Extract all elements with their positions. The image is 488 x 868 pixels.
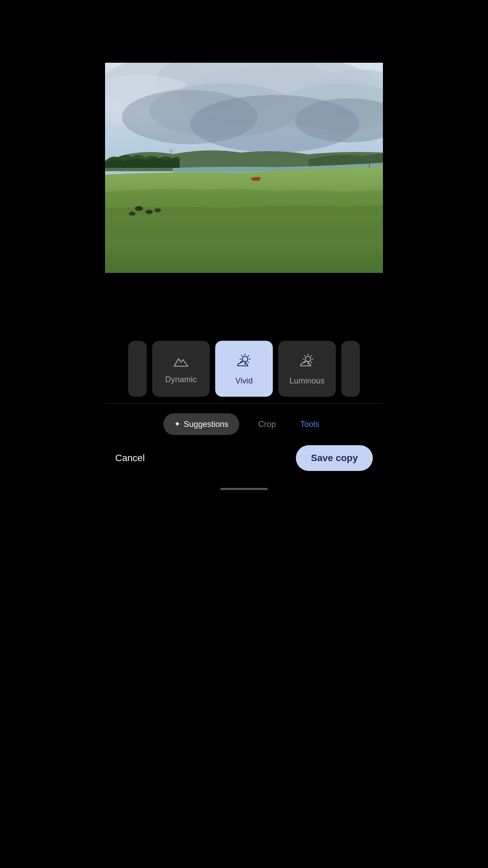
cancel-label: Cancel <box>115 453 145 463</box>
svg-point-13 <box>135 206 143 211</box>
filter-label-luminous: Luminous <box>289 376 325 386</box>
filter-card-vivid[interactable]: Vivid <box>215 341 273 397</box>
bottom-spacer <box>105 273 383 341</box>
svg-line-29 <box>242 355 242 356</box>
filter-label-vivid: Vivid <box>235 376 253 386</box>
suggestions-label: Suggestions <box>184 419 228 429</box>
filter-card-luminous[interactable]: Luminous <box>278 341 336 397</box>
svg-point-16 <box>129 212 136 216</box>
action-row: Cancel Save copy <box>105 442 383 485</box>
filter-card-partial-left[interactable] <box>128 341 147 397</box>
cancel-button[interactable]: Cancel <box>115 449 145 467</box>
home-indicator <box>105 485 383 497</box>
svg-line-40 <box>311 355 312 356</box>
bottom-toolbar: ✦ Suggestions Crop Tools <box>105 404 383 442</box>
svg-point-14 <box>145 210 153 214</box>
svg-line-39 <box>311 362 312 362</box>
home-bar <box>220 488 268 490</box>
svg-line-30 <box>248 362 249 362</box>
crop-label: Crop <box>258 419 276 429</box>
svg-line-41 <box>305 362 305 362</box>
top-spacer <box>105 0 383 63</box>
app-container: Dynamic <box>105 0 383 868</box>
photo-area <box>105 63 383 273</box>
mountain-icon <box>174 355 188 370</box>
tab-suggestions[interactable]: ✦ Suggestions <box>163 413 239 435</box>
filter-carousel: Dynamic <box>105 341 383 403</box>
sun-cloud-icon-luminous <box>299 354 316 371</box>
sun-cloud-icon-vivid <box>236 354 252 371</box>
filter-card-partial-right[interactable] <box>341 341 360 397</box>
save-copy-label: Save copy <box>311 453 358 463</box>
tab-tools[interactable]: Tools <box>295 413 325 435</box>
filter-card-dynamic[interactable]: Dynamic <box>152 341 210 397</box>
landscape-svg <box>105 63 383 273</box>
filter-label-dynamic: Dynamic <box>165 375 197 384</box>
save-copy-button[interactable]: Save copy <box>296 445 373 471</box>
svg-line-38 <box>305 355 305 356</box>
toolbar-tabs: ✦ Suggestions Crop Tools <box>115 413 373 435</box>
svg-line-31 <box>248 355 249 356</box>
svg-point-15 <box>154 208 161 212</box>
tab-crop[interactable]: Crop <box>253 413 281 435</box>
sparkle-icon: ✦ <box>174 420 180 429</box>
tools-label: Tools <box>300 419 319 429</box>
svg-line-32 <box>242 362 242 362</box>
landscape-photo <box>105 63 383 273</box>
